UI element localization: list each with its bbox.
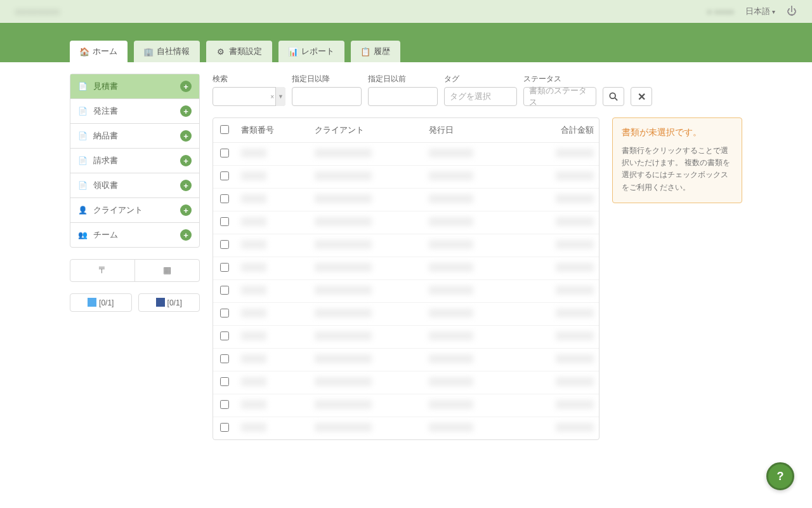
clear-filter-button[interactable]: ✕ — [631, 87, 652, 106]
cell-client — [315, 286, 372, 295]
cell-doc-no — [241, 423, 266, 432]
cell-date — [429, 263, 473, 272]
row-checkbox[interactable] — [220, 354, 229, 363]
chart-icon: 📊 — [289, 47, 298, 56]
cell-total — [556, 286, 594, 295]
sidebar-item-6[interactable]: 👥チーム+ — [70, 223, 199, 247]
tag-select[interactable]: タグを選択 — [444, 87, 517, 106]
row-checkbox[interactable] — [220, 286, 229, 295]
status-select[interactable]: 書類のステータス — [523, 87, 596, 106]
row-checkbox[interactable] — [220, 309, 229, 318]
date-from-input[interactable] — [292, 87, 362, 106]
sidebar-item-5[interactable]: 👤クライアント+ — [70, 198, 199, 223]
sidebar-item-3[interactable]: 📄請求書+ — [70, 149, 199, 173]
filter-bar: 検索 × ▼ 指定日以降 指定日以前 タグ タグを選択 ステータス — [213, 74, 742, 106]
cell-total — [556, 171, 594, 180]
table-row[interactable] — [213, 166, 599, 189]
table-row[interactable] — [213, 257, 599, 280]
view-toggle: 〒 ▦ — [70, 259, 200, 282]
info-body: 書類行をクリックすることで選択いただけます。 複数の書類を選択するにはチェックボ… — [622, 145, 733, 194]
cell-date — [429, 354, 473, 363]
cell-date — [429, 377, 473, 386]
cell-date — [429, 286, 473, 295]
date-from-label: 指定日以降 — [292, 74, 362, 84]
add-icon[interactable]: + — [180, 204, 192, 216]
tab-label: 書類設定 — [229, 46, 262, 57]
table-row[interactable] — [213, 417, 599, 440]
tab-history[interactable]: 📋 履歴 — [351, 41, 400, 62]
table-row[interactable] — [213, 371, 599, 394]
cell-total — [556, 149, 594, 157]
doc-icon: 📄 — [78, 156, 88, 165]
language-dropdown[interactable]: 日本語 — [745, 6, 775, 17]
row-checkbox[interactable] — [220, 240, 229, 249]
cell-doc-no — [241, 149, 266, 157]
cell-date — [429, 149, 473, 157]
cell-total — [556, 194, 594, 203]
table-row[interactable] — [213, 394, 599, 417]
search-dropdown-icon[interactable]: ▼ — [275, 87, 285, 106]
tab-label: レポート — [301, 46, 334, 57]
date-to-input[interactable] — [368, 87, 438, 106]
svg-line-1 — [615, 98, 617, 100]
table-row[interactable] — [213, 234, 599, 257]
top-bar: ■■■■■■■■ ■ ■■■■ 日本語 ⏻ — [0, 0, 812, 23]
sidebar-item-4[interactable]: 📄領収書+ — [70, 173, 199, 198]
doc-icon: 📄 — [78, 82, 88, 91]
cell-doc-no — [241, 240, 266, 249]
doc-icon: 📄 — [78, 107, 88, 116]
add-icon[interactable]: + — [180, 105, 192, 117]
cell-date — [429, 194, 473, 203]
close-icon: ✕ — [638, 91, 646, 103]
cell-client — [315, 194, 372, 203]
cell-total — [556, 309, 594, 318]
col-issue-date: 発行日 — [424, 118, 516, 143]
table-row[interactable] — [213, 143, 599, 166]
tab-document-settings[interactable]: ⚙ 書類設定 — [206, 41, 272, 62]
table-row[interactable] — [213, 211, 599, 234]
tab-label: 履歴 — [374, 46, 390, 57]
clear-search-icon[interactable]: × — [270, 93, 274, 100]
cell-total — [556, 240, 594, 249]
row-checkbox[interactable] — [220, 194, 229, 203]
date-to-label: 指定日以前 — [368, 74, 438, 84]
view-grid-button[interactable]: ▦ — [135, 260, 199, 281]
logout-icon[interactable]: ⏻ — [787, 6, 797, 17]
row-checkbox[interactable] — [220, 331, 229, 340]
table-row[interactable] — [213, 349, 599, 371]
brand-text: ■■■■■■■■ — [15, 7, 60, 17]
search-input[interactable] — [213, 87, 285, 106]
row-checkbox[interactable] — [220, 423, 229, 432]
tab-company[interactable]: 🏢 自社情報 — [134, 41, 200, 62]
sidebar-item-label: 請求書 — [93, 155, 180, 166]
sidebar-item-2[interactable]: 📄納品書+ — [70, 124, 199, 149]
tab-home[interactable]: 🏠 ホーム — [70, 41, 128, 62]
add-icon[interactable]: + — [180, 180, 192, 191]
cell-date — [429, 400, 473, 409]
table-row[interactable] — [213, 280, 599, 303]
tab-report[interactable]: 📊 レポート — [278, 41, 344, 62]
row-checkbox[interactable] — [220, 263, 229, 272]
row-checkbox[interactable] — [220, 171, 229, 180]
facebook-share-button[interactable]: [0/1] — [138, 293, 200, 312]
add-icon[interactable]: + — [180, 130, 192, 142]
row-checkbox[interactable] — [220, 377, 229, 386]
twitter-share-button[interactable]: [0/1] — [70, 293, 132, 312]
cell-doc-no — [241, 171, 266, 180]
table-row[interactable] — [213, 303, 599, 326]
view-list-button[interactable]: 〒 — [70, 260, 135, 281]
add-icon[interactable]: + — [180, 155, 192, 166]
row-checkbox[interactable] — [220, 217, 229, 226]
sidebar-item-0[interactable]: 📄見積書+ — [70, 74, 199, 99]
table-row[interactable] — [213, 326, 599, 349]
sidebar-item-label: 領収書 — [93, 180, 180, 191]
table-row[interactable] — [213, 189, 599, 211]
user-name: ■ ■■■■ — [707, 7, 734, 17]
sidebar-item-1[interactable]: 📄発注書+ — [70, 99, 199, 124]
row-checkbox[interactable] — [220, 149, 229, 157]
row-checkbox[interactable] — [220, 400, 229, 409]
add-icon[interactable]: + — [180, 81, 192, 92]
add-icon[interactable]: + — [180, 229, 192, 241]
select-all-checkbox[interactable] — [220, 125, 229, 134]
search-button[interactable] — [603, 87, 624, 106]
